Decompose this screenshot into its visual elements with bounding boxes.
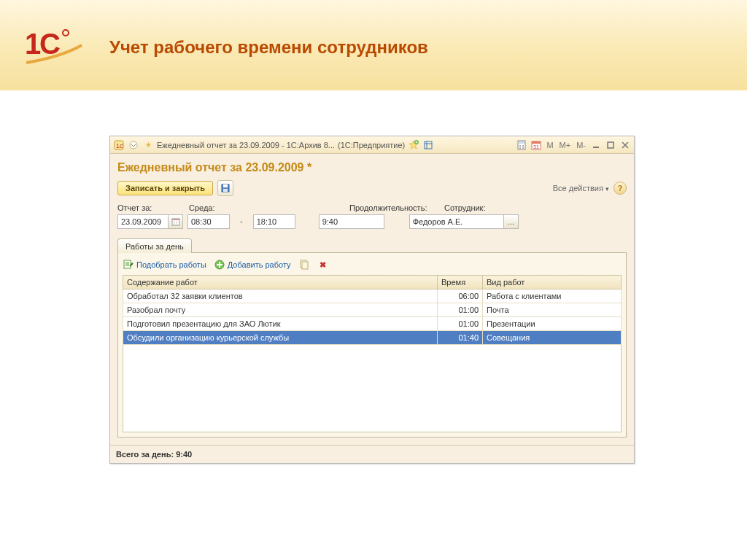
svg-rect-29 [302, 262, 308, 269]
svg-point-5 [130, 141, 137, 149]
slide-title: Учет рабочего времени сотрудников [109, 37, 428, 58]
cell-time[interactable]: 01:40 [438, 331, 483, 345]
svg-rect-20 [223, 184, 228, 187]
cell-content[interactable]: Обсудили организацию курьерской службы [123, 331, 438, 345]
grid-empty-area[interactable] [123, 345, 622, 432]
col-content[interactable]: Содержание работ [123, 276, 438, 289]
document-title: Ежедневный отчет за 23.09.2009 * [117, 161, 627, 174]
svg-text:1: 1 [25, 28, 41, 60]
add-work-button[interactable]: Добавить работу [214, 259, 291, 271]
cell-time[interactable]: 01:00 [438, 303, 483, 317]
table-row[interactable]: Обработал 32 заявки клиентов06:00Работа … [123, 289, 622, 303]
svg-point-11 [522, 145, 524, 147]
field-labels-row: Отчет за: Среда: Продолжительность: Сотр… [117, 203, 627, 212]
slide-header: 1 C Учет рабочего времени сотрудников [0, 0, 747, 90]
col-type[interactable]: Вид работ [483, 276, 622, 289]
save-icon[interactable] [217, 180, 233, 196]
pick-works-label: Подобрать работы [136, 260, 206, 269]
add-work-label: Добавить работу [228, 260, 291, 269]
select-icon[interactable]: … [504, 214, 519, 229]
datepicker-icon[interactable] [169, 214, 183, 229]
window-title: Ежедневный отчет за 23.09.2009 - 1С:Архи… [157, 141, 335, 149]
table-row[interactable]: Подготовил презентацию для ЗАО Лютик01:0… [123, 317, 622, 331]
svg-rect-9 [519, 141, 525, 144]
minimize-icon[interactable] [590, 139, 602, 151]
date-field[interactable] [117, 214, 169, 229]
add-icon [214, 259, 225, 271]
employee-field[interactable] [409, 214, 504, 229]
table-row[interactable]: Обсудили организацию курьерской службы01… [123, 331, 622, 345]
end-time-field[interactable] [253, 214, 295, 229]
memory-m[interactable]: M [545, 139, 554, 151]
delete-icon[interactable]: ✖ [317, 259, 329, 271]
calendar-icon[interactable]: 31 [530, 139, 542, 151]
cell-time[interactable]: 01:00 [438, 317, 483, 331]
footer-bar: Всего за день: 9:40 [110, 445, 634, 463]
fields-row: - … [117, 214, 627, 229]
close-icon[interactable] [619, 139, 631, 151]
svg-point-12 [519, 147, 521, 149]
links-icon[interactable] [422, 139, 434, 151]
grid-toolbar: Подобрать работы Добавить работу ✖ [123, 257, 622, 275]
svg-rect-15 [532, 141, 541, 144]
label-duration: Продолжительность: [349, 203, 444, 212]
works-grid: Содержание работ Время Вид работ Обработ… [123, 275, 622, 345]
cell-time[interactable]: 06:00 [438, 289, 483, 303]
grid-header-row: Содержание работ Время Вид работ [123, 276, 622, 289]
table-row[interactable]: Разобрал почту01:00Почта [123, 303, 622, 317]
tab-works-per-day[interactable]: Работы за день [117, 238, 192, 253]
memory-mminus[interactable]: M- [575, 139, 587, 151]
col-time[interactable]: Время [438, 276, 483, 289]
svg-rect-23 [172, 219, 179, 220]
svg-rect-21 [223, 189, 228, 192]
svg-rect-18 [608, 142, 614, 148]
save-and-close-button[interactable]: Записать и закрыть [117, 181, 213, 195]
svg-text:1c: 1c [116, 142, 123, 149]
cell-content[interactable]: Обработал 32 заявки клиентов [123, 289, 438, 303]
logo-1c: 1 C [13, 23, 99, 67]
add-favorite-icon[interactable] [408, 139, 419, 151]
app-logo-icon: 1c [113, 139, 125, 151]
footer-value: 9:40 [176, 450, 192, 459]
calc-icon[interactable] [516, 139, 527, 151]
dropdown-icon[interactable] [128, 139, 139, 151]
label-employee: Сотрудник: [444, 203, 510, 212]
all-actions-label: Все действия [553, 184, 603, 192]
star-icon[interactable]: ★ [142, 139, 154, 151]
cell-content[interactable]: Разобрал почту [123, 303, 438, 317]
time-dash: - [234, 214, 249, 229]
svg-text:31: 31 [533, 144, 539, 149]
duration-field[interactable] [319, 214, 384, 229]
help-icon[interactable]: ? [614, 182, 627, 195]
start-time-field[interactable] [187, 214, 230, 229]
titlebar: 1c ★ Ежедневный отчет за 23.09.2009 - 1С… [110, 136, 634, 154]
cell-type[interactable]: Совещания [483, 331, 622, 345]
svg-point-10 [519, 145, 521, 147]
all-actions-menu[interactable]: Все действия ▾ [553, 184, 609, 192]
window-mode: (1С:Предприятие) [338, 141, 405, 149]
pick-works-button[interactable]: Подобрать работы [123, 259, 206, 271]
cell-type[interactable]: Презентации [483, 317, 622, 331]
maximize-icon[interactable] [605, 139, 616, 151]
app-window: 1c ★ Ежедневный отчет за 23.09.2009 - 1С… [109, 136, 635, 464]
copy-icon[interactable] [298, 259, 310, 271]
memory-mplus[interactable]: M+ [558, 139, 573, 151]
label-report-date: Отчет за: [117, 203, 189, 212]
svg-point-13 [522, 147, 524, 149]
label-day: Среда: [189, 203, 255, 212]
tab-panel: Подобрать работы Добавить работу ✖ [117, 252, 627, 438]
svg-rect-7 [425, 141, 432, 149]
cell-content[interactable]: Подготовил презентацию для ЗАО Лютик [123, 317, 438, 331]
cell-type[interactable]: Работа с клиентами [483, 289, 622, 303]
command-bar: Записать и закрыть Все действия ▾ ? [117, 180, 627, 196]
svg-point-2 [63, 30, 69, 36]
footer-label: Всего за день: [116, 450, 174, 459]
pick-works-icon [123, 259, 134, 271]
chevron-down-icon: ▾ [605, 185, 609, 192]
cell-type[interactable]: Почта [483, 303, 622, 317]
